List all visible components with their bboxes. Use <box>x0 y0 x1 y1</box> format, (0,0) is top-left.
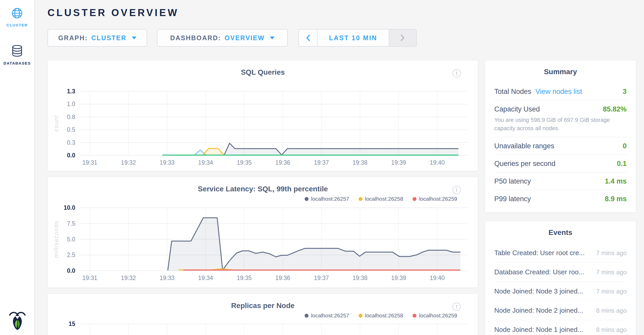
svg-text:19:31: 19:31 <box>82 159 97 166</box>
summary-row: Total NodesView nodes list3 <box>494 83 627 100</box>
summary-row-label: Unavailable ranges <box>494 142 554 150</box>
sidebar-item-cluster[interactable]: CLUSTER <box>0 7 34 27</box>
svg-text:1.3: 1.3 <box>67 88 75 95</box>
svg-text:19:39: 19:39 <box>391 275 406 281</box>
svg-text:5.0: 5.0 <box>67 236 75 243</box>
summary-row-value: 8.9 ms <box>605 195 627 203</box>
event-text: Table Created: User root cre... <box>494 249 585 257</box>
summary-title: Summary <box>485 68 636 76</box>
view-nodes-list-link[interactable]: View nodes list <box>536 88 582 96</box>
summary-row: Capacity Used85.82%You are using 598.9 G… <box>494 100 627 137</box>
svg-text:0.5: 0.5 <box>67 126 75 133</box>
svg-text:19:32: 19:32 <box>121 159 136 166</box>
time-range-value: LAST 10 MIN <box>329 34 377 41</box>
summary-row: P50 latency1.4 ms <box>494 172 627 190</box>
summary-row-value: 3 <box>623 88 627 96</box>
summary-row-subtext: You are using 598.9 GiB of 697.9 GiB sto… <box>494 116 627 132</box>
events-panel: Events Table Created: User root cre...7 … <box>485 221 636 335</box>
chevron-down-icon <box>270 37 275 39</box>
summary-row: Unavailable ranges0 <box>494 137 627 155</box>
dashboard-dropdown-label: DASHBOARD: <box>170 34 221 42</box>
svg-text:19:37: 19:37 <box>314 275 329 281</box>
graph-dropdown-value: CLUSTER <box>91 34 127 42</box>
page-title: CLUSTER OVERVIEW <box>47 7 179 18</box>
svg-text:19:36: 19:36 <box>275 275 290 281</box>
graph-dropdown-label: GRAPH: <box>58 34 88 42</box>
svg-text:19:38: 19:38 <box>353 275 368 281</box>
event-time: 7 mins ago <box>592 269 627 276</box>
event-row[interactable]: Node Joined: Node 1 joined...8 mins ago <box>494 320 627 335</box>
svg-text:19:39: 19:39 <box>391 159 406 166</box>
svg-text:19:35: 19:35 <box>237 275 252 281</box>
sql-queries-chart-card: SQL Queries ! 1.31.00.80.50.30.019:3119:… <box>47 60 478 171</box>
event-text: Node Joined: Node 3 joined... <box>494 287 583 295</box>
svg-text:19:34: 19:34 <box>198 275 213 281</box>
svg-text:19:32: 19:32 <box>121 275 136 281</box>
chevron-right-icon <box>401 34 405 41</box>
summary-row-value: 1.4 ms <box>605 177 627 185</box>
svg-text:19:40: 19:40 <box>430 159 445 166</box>
event-time: 7 mins ago <box>592 249 627 257</box>
graph-dropdown[interactable]: GRAPH: CLUSTER <box>47 29 147 47</box>
replicas-per-node-chart-card: Replicas per Node ! localhost:26257local… <box>47 294 478 335</box>
time-range-control: LAST 10 MIN <box>298 29 417 47</box>
event-row[interactable]: Node Joined: Node 3 joined...7 mins ago <box>494 282 627 301</box>
summary-row-value: 0 <box>623 142 627 150</box>
svg-text:19:34: 19:34 <box>198 159 213 166</box>
svg-text:19:35: 19:35 <box>237 159 252 166</box>
event-row[interactable]: Table Created: User root cre...7 mins ag… <box>494 243 627 263</box>
summary-row-value: 0.1 <box>617 160 627 168</box>
sidebar: CLUSTER DATABASES <box>0 0 35 335</box>
svg-text:0.8: 0.8 <box>67 114 75 120</box>
summary-row: P99 latency8.9 ms <box>494 190 627 207</box>
sidebar-item-databases[interactable]: DATABASES <box>0 44 34 65</box>
database-icon <box>11 44 23 58</box>
svg-text:19:33: 19:33 <box>160 159 175 166</box>
chevron-left-icon <box>306 34 310 41</box>
event-time: 8 mins ago <box>592 326 627 333</box>
summary-panel: Summary Total NodesView nodes list3Capac… <box>485 60 636 213</box>
event-text: Node Joined: Node 1 joined... <box>494 326 583 334</box>
svg-text:19:36: 19:36 <box>275 159 290 166</box>
svg-text:19:37: 19:37 <box>314 159 329 166</box>
summary-row-label: P50 latency <box>494 177 531 185</box>
event-time: 7 mins ago <box>592 288 627 295</box>
dashboard-dropdown-value: OVERVIEW <box>225 34 265 42</box>
time-range-button[interactable]: LAST 10 MIN <box>318 30 389 46</box>
svg-text:0.0: 0.0 <box>67 152 75 159</box>
svg-text:19:33: 19:33 <box>160 275 175 281</box>
svg-text:15: 15 <box>68 320 75 327</box>
cockroach-logo <box>0 310 35 331</box>
event-text: Node Joined: Node 2 joined... <box>494 306 583 315</box>
event-row[interactable]: Database Created: User roo...7 mins ago <box>494 263 627 282</box>
summary-row-value: 85.82% <box>603 105 627 113</box>
event-row[interactable]: Node Joined: Node 2 joined...8 mins ago <box>494 301 627 320</box>
globe-icon <box>11 7 24 20</box>
summary-row-label: Capacity Used <box>494 105 540 113</box>
chevron-down-icon <box>132 37 136 39</box>
svg-text:2.5: 2.5 <box>67 252 75 258</box>
time-next-button[interactable] <box>389 30 416 46</box>
service-latency-chart-card: Service Latency: SQL, 99th percentile ! … <box>47 177 478 288</box>
summary-row: Queries per second0.1 <box>494 155 627 172</box>
summary-row-label: Total Nodes <box>494 88 531 96</box>
summary-row-label: Queries per second <box>494 160 556 168</box>
svg-text:count: count <box>53 115 59 132</box>
time-prev-button[interactable] <box>299 30 318 46</box>
event-time: 8 mins ago <box>592 307 627 314</box>
svg-text:0.3: 0.3 <box>67 139 75 146</box>
dashboard-dropdown[interactable]: DASHBOARD: OVERVIEW <box>157 29 288 47</box>
svg-text:7.5: 7.5 <box>67 220 75 227</box>
svg-text:1.0: 1.0 <box>67 101 75 107</box>
svg-text:19:38: 19:38 <box>353 159 368 166</box>
event-text: Database Created: User roo... <box>494 268 584 276</box>
svg-text:0.0: 0.0 <box>67 267 75 274</box>
svg-text:10.0: 10.0 <box>64 204 75 211</box>
svg-text:19:31: 19:31 <box>82 275 97 281</box>
sidebar-item-label: CLUSTER <box>6 23 28 27</box>
summary-row-label: P99 latency <box>494 195 531 203</box>
svg-text:milliseconds: milliseconds <box>53 221 59 258</box>
svg-text:19:40: 19:40 <box>430 275 445 281</box>
events-title: Events <box>485 228 636 237</box>
sidebar-item-label: DATABASES <box>3 61 31 65</box>
